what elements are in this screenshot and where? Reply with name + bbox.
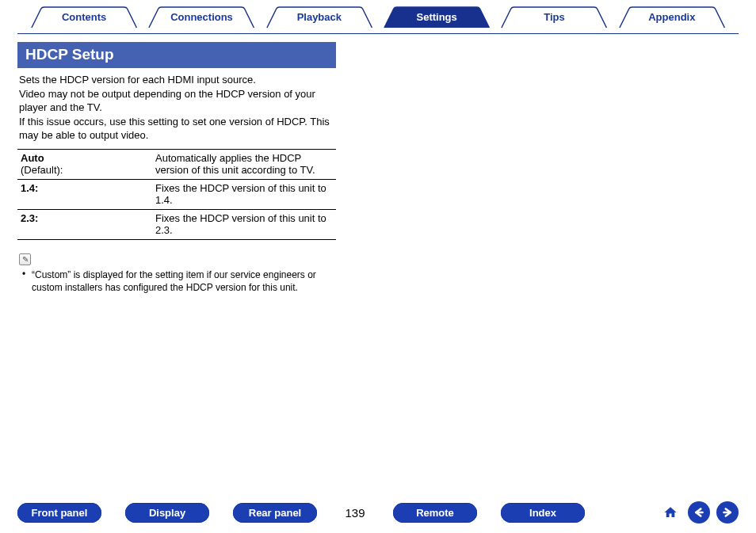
- next-page-icon[interactable]: [716, 501, 739, 523]
- table-row: 1.4: Fixes the HDCP version of this unit…: [17, 179, 336, 209]
- prev-page-icon[interactable]: [688, 501, 710, 523]
- tab-label: Connections: [170, 11, 233, 23]
- tab-label: Appendix: [648, 11, 695, 23]
- note-text: “Custom” is displayed for the setting it…: [17, 265, 336, 294]
- option-name: 1.4:: [21, 182, 38, 194]
- footer-button-rear-panel[interactable]: Rear panel: [233, 503, 317, 523]
- note-block: ✎ “Custom” is displayed for the setting …: [17, 251, 336, 294]
- table-row: 2.3: Fixes the HDCP version of this unit…: [17, 209, 336, 239]
- tab-label: Settings: [417, 11, 457, 23]
- section-title: HDCP Setup: [17, 42, 336, 68]
- tab-label: Contents: [62, 11, 106, 23]
- footer: Front panel Display Rear panel 139 Remot…: [17, 501, 739, 523]
- option-desc: Fixes the HDCP version of this unit to 2…: [152, 209, 336, 239]
- tab-label: Tips: [544, 11, 565, 23]
- tab-playback[interactable]: Playback: [261, 6, 378, 29]
- section-intro: Sets the HDCP version for each HDMI inpu…: [17, 73, 336, 149]
- footer-button-remote[interactable]: Remote: [393, 503, 477, 523]
- footer-button-index[interactable]: Index: [501, 503, 585, 523]
- home-icon[interactable]: [659, 501, 682, 523]
- tab-underline: [17, 33, 739, 34]
- footer-button-display[interactable]: Display: [125, 503, 209, 523]
- page-number: 139: [341, 506, 369, 520]
- tab-contents[interactable]: Contents: [25, 6, 143, 29]
- pencil-icon: ✎: [19, 253, 31, 265]
- option-name: 2.3:: [21, 212, 38, 224]
- footer-nav-icons: [659, 501, 739, 523]
- option-desc: Automatically applies the HDCP version o…: [152, 149, 336, 179]
- option-name: Auto: [21, 152, 44, 164]
- tab-connections[interactable]: Connections: [143, 6, 260, 29]
- tab-tips[interactable]: Tips: [495, 6, 613, 29]
- settings-table: Auto (Default): Automatically applies th…: [17, 149, 336, 240]
- option-sub: (Default):: [21, 164, 63, 176]
- tab-label: Playback: [297, 11, 342, 23]
- top-tabs: Contents Connections Playback Settings T…: [25, 6, 731, 29]
- option-desc: Fixes the HDCP version of this unit to 1…: [152, 179, 336, 209]
- footer-button-front-panel[interactable]: Front panel: [17, 503, 101, 523]
- tab-appendix[interactable]: Appendix: [613, 6, 731, 29]
- tab-settings[interactable]: Settings: [378, 6, 495, 29]
- table-row: Auto (Default): Automatically applies th…: [17, 149, 336, 179]
- content-column: HDCP Setup Sets the HDCP version for eac…: [17, 42, 336, 294]
